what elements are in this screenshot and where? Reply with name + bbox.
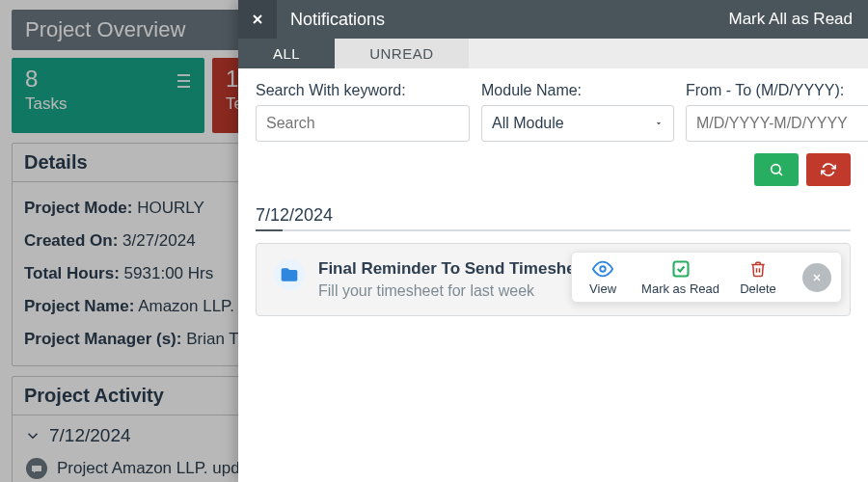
svg-point-12 bbox=[772, 165, 780, 174]
filter-label: Search With keyword: bbox=[256, 82, 470, 99]
filter-label: Module Name: bbox=[481, 82, 674, 99]
check-square-icon bbox=[670, 258, 692, 280]
search-button[interactable] bbox=[754, 153, 799, 186]
select-value: All Module bbox=[492, 115, 564, 132]
filter-module: Module Name: All Module bbox=[481, 82, 674, 142]
action-label: Delete bbox=[740, 281, 776, 296]
action-label: View bbox=[589, 281, 616, 296]
notification-item[interactable]: Final Reminder To Send Timesheet 2:03 AM… bbox=[256, 243, 851, 316]
close-button[interactable] bbox=[238, 0, 277, 39]
tabs: ALL UNREAD bbox=[238, 39, 868, 68]
filter-actions bbox=[238, 153, 868, 200]
search-icon bbox=[769, 162, 784, 177]
group-date: 7/12/2024 bbox=[256, 200, 851, 231]
view-action[interactable]: View bbox=[582, 258, 624, 296]
filters-row: Search With keyword: Module Name: All Mo… bbox=[238, 68, 868, 153]
date-range-input[interactable] bbox=[686, 105, 868, 142]
close-icon bbox=[250, 12, 265, 27]
svg-point-14 bbox=[600, 266, 606, 272]
caret-down-icon bbox=[654, 119, 664, 128]
close-icon bbox=[811, 272, 823, 283]
filter-search: Search With keyword: bbox=[256, 82, 470, 142]
drawer-header: Notifications Mark All as Read bbox=[238, 0, 868, 39]
svg-line-13 bbox=[779, 173, 782, 175]
eye-icon bbox=[592, 258, 613, 280]
filter-label: From - To (M/D/YYYY): bbox=[686, 82, 868, 99]
delete-action[interactable]: Delete bbox=[737, 258, 779, 296]
drawer-title: Notifications bbox=[277, 10, 714, 30]
refresh-icon bbox=[821, 162, 836, 177]
folder-open-icon bbox=[274, 259, 305, 290]
mark-all-read-button[interactable]: Mark All as Read bbox=[714, 10, 869, 29]
notifications-drawer: Notifications Mark All as Read ALL UNREA… bbox=[238, 0, 868, 482]
reset-button[interactable] bbox=[806, 153, 851, 186]
popover-close-button[interactable] bbox=[802, 263, 831, 292]
tab-unread[interactable]: UNREAD bbox=[335, 39, 468, 68]
search-input[interactable] bbox=[256, 105, 470, 142]
mark-read-action[interactable]: Mark as Read bbox=[641, 258, 719, 296]
notification-list: 7/12/2024 Final Reminder To Send Timeshe… bbox=[238, 200, 868, 482]
module-select[interactable]: All Module bbox=[481, 105, 674, 142]
filter-date: From - To (M/D/YYYY): bbox=[686, 82, 868, 142]
tab-all[interactable]: ALL bbox=[238, 39, 335, 68]
trash-icon bbox=[747, 258, 769, 280]
notification-actions-popover: View Mark as Read Delete bbox=[571, 252, 842, 303]
action-label: Mark as Read bbox=[641, 281, 719, 296]
